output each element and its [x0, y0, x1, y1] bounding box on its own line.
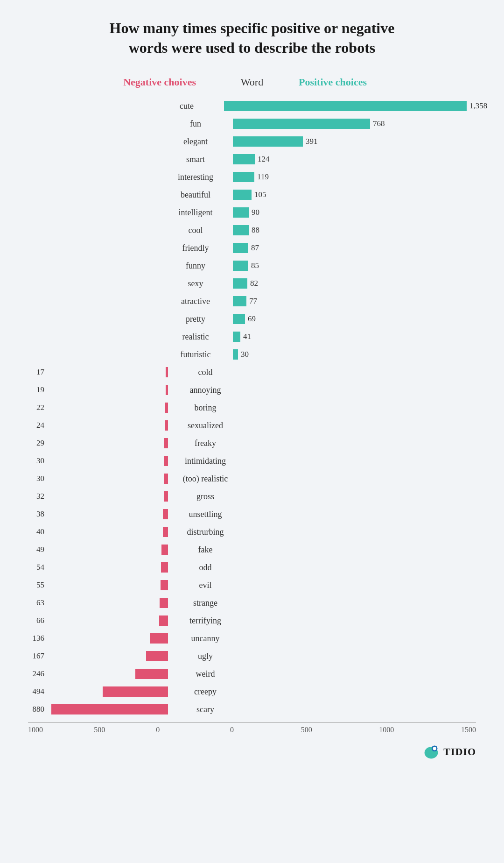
neg-bar — [161, 580, 168, 590]
word-cell: cool — [158, 226, 233, 235]
neg-bar-wrap — [47, 580, 168, 590]
neg-value: 55 — [28, 580, 44, 590]
pos-bar — [233, 172, 254, 182]
data-row: friendly 87 — [28, 240, 476, 256]
pos-side: 77 — [233, 296, 476, 306]
data-row: elegant 391 — [28, 133, 476, 150]
word-cell: pretty — [158, 314, 233, 324]
neg-value: 38 — [28, 509, 44, 519]
pos-bar — [233, 225, 249, 235]
word-cell: cute — [149, 101, 224, 111]
word-cell: intelligent — [158, 208, 233, 218]
tidio-icon — [423, 743, 440, 760]
word-cell: cold — [168, 368, 243, 377]
word-cell: uncanny — [168, 634, 243, 644]
data-row: 29 freaky — [28, 435, 476, 452]
neg-bar — [164, 456, 168, 466]
legend-negative: Negative choives — [75, 76, 215, 88]
neg-side: 38 — [28, 509, 168, 519]
pos-bar — [224, 101, 467, 111]
neg-bar-wrap — [47, 491, 168, 502]
word-cell: futuristic — [158, 350, 233, 360]
data-row: 38 unsettling — [28, 506, 476, 523]
data-row: realistic 41 — [28, 328, 476, 345]
pos-side: 85 — [233, 261, 476, 271]
word-cell: odd — [168, 563, 243, 573]
neg-bar — [160, 598, 168, 608]
neg-bar — [159, 615, 168, 626]
axis-positive: 0 500 1000 1500 — [230, 723, 476, 734]
data-row: funny 85 — [28, 257, 476, 274]
pos-value: 87 — [251, 243, 259, 253]
chart-container: How many times specific positive or nega… — [0, 0, 504, 788]
neg-value: 54 — [28, 563, 44, 572]
data-row: 136 uncanny — [28, 630, 476, 647]
pos-side: 90 — [233, 207, 476, 218]
legend-word: Word — [215, 76, 289, 88]
pos-side: 1,358 — [224, 101, 485, 111]
neg-value: 24 — [28, 421, 44, 430]
neg-bar — [164, 474, 168, 484]
word-cell: interesting — [158, 172, 233, 182]
data-row: futuristic 30 — [28, 346, 476, 363]
neg-bar-wrap — [47, 509, 168, 519]
neg-value: 30 — [28, 456, 44, 466]
neg-value: 40 — [28, 527, 44, 537]
neg-side: 136 — [28, 633, 168, 644]
neg-side: 880 — [28, 704, 168, 714]
neg-value: 136 — [28, 634, 44, 643]
chart-inner: cute 1,358 fun 768 elegant 391 smart 124… — [28, 98, 476, 734]
pos-side: 87 — [233, 243, 476, 253]
pos-bar — [233, 136, 303, 147]
data-row: smart 124 — [28, 151, 476, 168]
neg-bar-wrap — [47, 704, 168, 714]
pos-bar — [233, 119, 370, 129]
neg-bar-wrap — [47, 633, 168, 644]
word-cell: boring — [168, 403, 243, 413]
data-row: 19 annoying — [28, 382, 476, 398]
neg-side: 494 — [28, 686, 168, 697]
legend-row: Negative choives Word Positive choices — [28, 76, 476, 88]
pos-bar — [233, 314, 245, 324]
pos-bar — [233, 296, 246, 306]
neg-bar-wrap — [47, 562, 168, 573]
neg-side: 30 — [28, 456, 168, 466]
data-row: 30 (too) realistic — [28, 470, 476, 487]
word-cell: sexy — [158, 279, 233, 289]
data-row: 66 terrifying — [28, 612, 476, 629]
neg-bar-wrap — [47, 474, 168, 484]
data-row: fun 768 — [28, 115, 476, 132]
pos-side: 391 — [233, 136, 476, 147]
word-cell: (too) realistic — [168, 474, 243, 484]
word-cell: freaky — [168, 439, 243, 448]
neg-side: 32 — [28, 491, 168, 502]
neg-bar — [164, 491, 168, 502]
data-row: 55 evil — [28, 577, 476, 594]
pos-value: 119 — [257, 172, 269, 182]
data-row: 32 gross — [28, 488, 476, 505]
neg-value: 66 — [28, 616, 44, 625]
pos-side: 82 — [233, 278, 476, 289]
neg-bar — [103, 686, 168, 697]
neg-side: 22 — [28, 403, 168, 413]
pos-bar — [233, 332, 240, 342]
neg-side: 63 — [28, 598, 168, 608]
neg-bar — [135, 669, 168, 679]
neg-value: 880 — [28, 705, 44, 714]
data-row: intelligent 90 — [28, 204, 476, 221]
neg-bar — [163, 509, 168, 519]
tidio-text: TIDIO — [443, 746, 476, 758]
data-row: interesting 119 — [28, 169, 476, 185]
pos-bar — [233, 261, 248, 271]
pos-bar — [233, 349, 238, 360]
neg-side: 55 — [28, 580, 168, 590]
neg-bar-wrap — [47, 527, 168, 537]
neg-side: 54 — [28, 562, 168, 573]
data-row: 167 ugly — [28, 648, 476, 665]
neg-side: 17 — [28, 367, 168, 377]
neg-value: 49 — [28, 545, 44, 554]
pos-value: 88 — [252, 226, 259, 235]
neg-side: 246 — [28, 669, 168, 679]
pos-side: 69 — [233, 314, 476, 324]
data-row: 17 cold — [28, 364, 476, 381]
